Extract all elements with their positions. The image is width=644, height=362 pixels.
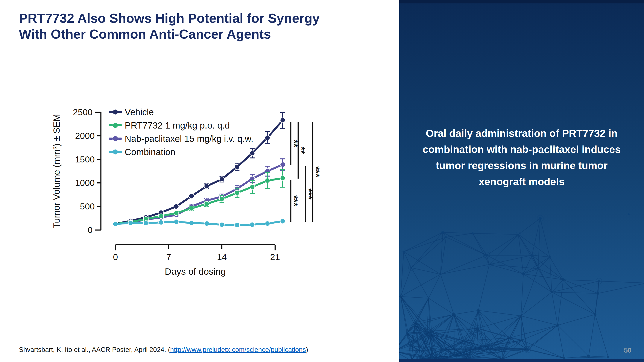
data-point: [128, 220, 133, 225]
x-axis: 071421: [113, 245, 280, 262]
data-point: [280, 162, 285, 167]
y-axis-label: Tumor Volume (mm³) ± SEM: [52, 114, 62, 228]
significance-bracket: ***: [311, 122, 321, 222]
x-tick-label: 0: [113, 252, 118, 262]
data-point: [250, 185, 255, 189]
x-tick-label: 14: [217, 252, 227, 262]
y-tick-label: 2500: [73, 107, 92, 117]
legend-item: PRT7732 1 mg/kg p.o. q.d: [109, 120, 230, 130]
x-tick-label: 7: [166, 252, 171, 262]
legend: VehiclePRT7732 1 mg/kg p.o. q.dNab-pacli…: [109, 107, 253, 157]
series-line: [116, 178, 283, 224]
panel-bottom-strip: [399, 359, 644, 362]
legend-dot-icon: [113, 150, 118, 154]
citation-text: Shvartsbart, K. Ito et al., AACR Poster,…: [19, 346, 170, 354]
data-point: [235, 164, 240, 169]
data-point: [189, 221, 194, 226]
legend-dash-icon: [118, 124, 122, 126]
data-point: [265, 178, 270, 183]
data-point: [204, 202, 209, 206]
legend-dash-icon: [118, 151, 122, 153]
series-line: [116, 221, 283, 225]
data-point: [159, 220, 164, 225]
data-point: [235, 190, 240, 195]
data-point: [280, 219, 285, 224]
legend-dash-icon: [118, 138, 122, 140]
data-point: [280, 118, 285, 123]
data-point: [265, 135, 270, 140]
data-point: [159, 214, 164, 219]
data-point: [250, 151, 255, 156]
y-tick-label: 0: [88, 225, 92, 235]
data-point: [265, 221, 270, 226]
data-point: [220, 222, 224, 227]
significance-label: **: [296, 147, 307, 154]
legend-dash-icon: [118, 111, 122, 113]
page-title: PRT7732 Also Shows High Potential for Sy…: [19, 10, 320, 42]
legend-label: Combination: [125, 147, 176, 157]
legend-dash-icon: [109, 151, 113, 153]
significance-label: ***: [304, 188, 314, 200]
citation-suffix: ): [306, 346, 308, 354]
data-point: [174, 219, 179, 224]
data-point: [204, 184, 209, 189]
right-panel: Oral daily administration of PRT7732 in …: [399, 0, 644, 362]
legend-dash-icon: [109, 124, 113, 126]
significance-label: ***: [311, 166, 321, 177]
legend-dash-icon: [109, 111, 113, 113]
legend-dot-icon: [113, 136, 118, 141]
y-tick-label: 500: [80, 202, 95, 211]
significance-bracket: ***: [289, 180, 300, 221]
slide-canvas: PRT7732 Also Shows High Potential for Sy…: [0, 0, 644, 362]
series-line: [116, 165, 283, 224]
data-point: [204, 221, 209, 226]
x-axis-label: Days of dosing: [165, 266, 226, 277]
data-point: [220, 177, 224, 182]
legend-dash-icon: [109, 138, 113, 140]
chart-svg: 05001000150020002500Tumor Volume (mm³) ±…: [49, 97, 339, 285]
data-point: [220, 197, 224, 202]
legend-item: Combination: [109, 147, 176, 157]
data-point: [189, 194, 194, 199]
data-point: [280, 176, 285, 181]
citation: Shvartsbart, K. Ito et al., AACR Poster,…: [19, 346, 308, 354]
panel-headline: Oral daily administration of PRT7732 in …: [412, 125, 631, 190]
tumor-growth-chart: 05001000150020002500Tumor Volume (mm³) ±…: [49, 97, 339, 285]
panel-top-strip: [399, 0, 644, 3]
data-point: [113, 221, 118, 226]
legend-label: Nab-paclitaxel 15 mg/kg i.v. q.w.: [125, 134, 253, 144]
legend-label: PRT7732 1 mg/kg p.o. q.d: [125, 120, 230, 130]
y-tick-label: 1500: [75, 154, 95, 164]
y-tick-label: 1000: [75, 178, 95, 188]
significance-label: ***: [289, 195, 300, 206]
data-point: [174, 204, 179, 209]
series-nab-paclitaxel-15-mg-kg-i-v-q-w: [113, 159, 285, 226]
legend-dot-icon: [113, 123, 118, 128]
legend-item: Vehicle: [109, 107, 154, 117]
legend-item: Nab-paclitaxel 15 mg/kg i.v. q.w.: [109, 134, 253, 144]
series-prt7732-1-mg-kg-p-o-q-d: [113, 169, 285, 226]
data-point: [250, 222, 255, 227]
y-tick-label: 2000: [75, 131, 95, 141]
citation-link[interactable]: http://www.preludetx.com/science/publica…: [170, 346, 306, 354]
data-point: [144, 221, 148, 226]
data-point: [174, 211, 179, 215]
legend-dot-icon: [113, 110, 118, 115]
page-number: 50: [624, 346, 632, 354]
data-point: [189, 206, 194, 211]
y-axis: 05001000150020002500: [73, 107, 101, 235]
data-point: [235, 223, 240, 227]
legend-label: Vehicle: [125, 107, 154, 117]
x-tick-label: 21: [270, 252, 280, 262]
